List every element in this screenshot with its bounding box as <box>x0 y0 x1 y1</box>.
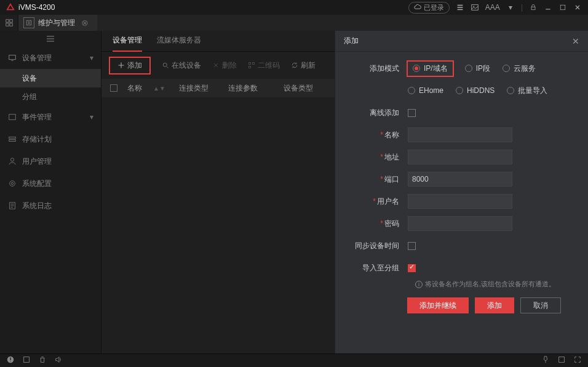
info-icon: i <box>415 281 423 288</box>
tab-stream-server[interactable]: 流媒体服务器 <box>157 31 201 52</box>
mode-hiddns[interactable]: HiDDNS <box>456 86 495 95</box>
add-continue-button[interactable]: 添加并继续 <box>407 297 469 313</box>
svg-rect-21 <box>249 67 251 68</box>
add-panel: 添加 ✕ 添加模式 IP/域名 IP段 云服务 EHome HiDDNS <box>335 31 588 353</box>
svg-rect-13 <box>9 140 16 142</box>
sidebar-item-event-mgmt[interactable]: 事件管理 ▾ <box>0 106 101 128</box>
sidebar-item-user-mgmt[interactable]: 用户管理 <box>0 150 101 172</box>
status-bar <box>0 353 588 367</box>
port-input[interactable] <box>408 172 512 187</box>
import-group-checkbox[interactable] <box>408 264 416 272</box>
tab-maintenance[interactable]: 维护与管理 ⊗ <box>18 15 97 31</box>
svg-point-14 <box>10 158 14 161</box>
refresh-icon <box>291 62 298 69</box>
svg-rect-4 <box>560 5 565 10</box>
label-add-mode: 添加模式 <box>349 63 408 74</box>
col-conn-type[interactable]: 连接类型 <box>179 83 209 94</box>
password-input[interactable] <box>408 216 512 231</box>
svg-rect-11 <box>9 115 16 120</box>
online-device-button[interactable]: 在线设备 <box>162 60 201 71</box>
image-icon[interactable] <box>471 3 479 12</box>
svg-rect-24 <box>559 357 565 363</box>
mode-ip-domain[interactable]: IP/域名 <box>408 62 453 76</box>
expand-icon[interactable] <box>573 355 582 366</box>
window-icon[interactable] <box>557 355 566 366</box>
title-bar: iVMS-4200 已登录 AAA ▾ | <box>0 0 588 15</box>
radio-icon <box>465 65 472 72</box>
offline-add-checkbox[interactable] <box>408 109 416 117</box>
mode-ip-range[interactable]: IP段 <box>465 63 490 74</box>
sync-time-checkbox[interactable] <box>408 242 416 250</box>
refresh-button[interactable]: 刷新 <box>291 60 316 71</box>
qr-icon <box>248 62 255 69</box>
sidebar-item-system-log[interactable]: 系统日志 <box>0 195 101 217</box>
svg-rect-5 <box>6 20 8 22</box>
col-name[interactable]: 名称 <box>127 83 142 94</box>
mode-batch[interactable]: 批量导入 <box>507 86 547 96</box>
search-icon <box>162 62 169 69</box>
trash-icon[interactable] <box>38 355 47 366</box>
plus-icon <box>117 62 125 69</box>
add-button[interactable]: 添加 <box>109 57 151 75</box>
col-conn-params[interactable]: 连接参数 <box>228 83 258 94</box>
home-grid-icon[interactable] <box>0 15 18 31</box>
svg-rect-12 <box>9 137 16 139</box>
sidebar-item-device[interactable]: 设备 <box>0 69 101 87</box>
radio-icon <box>507 87 514 94</box>
motion-icon[interactable] <box>22 355 31 366</box>
minimize-icon[interactable] <box>544 3 552 12</box>
address-input[interactable] <box>408 150 512 164</box>
label-import-group: 导入至分组 <box>349 263 408 273</box>
cancel-button[interactable]: 取消 <box>520 297 561 313</box>
cloud-icon <box>414 4 421 11</box>
add-confirm-button[interactable]: 添加 <box>475 297 514 313</box>
close-icon[interactable] <box>573 3 582 12</box>
svg-rect-10 <box>9 55 16 60</box>
svg-marker-0 <box>7 4 14 10</box>
svg-rect-19 <box>249 63 251 65</box>
mode-ehome[interactable]: EHome <box>408 86 443 95</box>
aaa-label[interactable]: AAA <box>485 3 500 12</box>
sidebar-collapse-icon[interactable] <box>0 31 101 47</box>
pin-icon[interactable] <box>541 355 550 366</box>
sidebar-item-group[interactable]: 分组 <box>0 87 101 106</box>
label-sync-time: 同步设备时间 <box>349 241 408 251</box>
app-logo-icon <box>6 3 15 12</box>
app-title: iVMS-4200 <box>18 3 55 12</box>
sidebar-item-system-config[interactable]: 系统配置 <box>0 172 101 195</box>
login-status[interactable]: 已登录 <box>408 2 450 14</box>
panel-title: 添加 <box>344 36 359 46</box>
svg-point-2 <box>473 6 474 7</box>
volume-icon[interactable] <box>54 355 63 366</box>
lock-icon[interactable] <box>529 3 538 12</box>
alert-icon[interactable] <box>6 355 15 366</box>
username-input[interactable] <box>408 194 512 209</box>
svg-rect-8 <box>9 23 12 26</box>
sidebar-item-storage-plan[interactable]: 存储计划 <box>0 128 101 150</box>
chevron-down-icon: ▾ <box>90 54 93 62</box>
name-input[interactable] <box>408 127 512 142</box>
tab-device-mgmt[interactable]: 设备管理 <box>113 31 142 52</box>
maximize-icon[interactable] <box>558 3 567 12</box>
tab-bar: 维护与管理 ⊗ <box>0 15 588 31</box>
delete-button[interactable]: 删除 <box>212 60 237 71</box>
select-all-checkbox[interactable] <box>110 84 117 92</box>
svg-rect-7 <box>6 23 8 26</box>
panel-close-icon[interactable]: ✕ <box>572 36 579 46</box>
qr-button[interactable]: 二维码 <box>248 60 280 71</box>
tab-close-icon[interactable]: ⊗ <box>81 18 89 28</box>
radio-icon <box>408 87 415 94</box>
list-icon[interactable] <box>456 3 464 12</box>
mode-cloud[interactable]: 云服务 <box>503 63 536 74</box>
event-icon <box>7 112 17 122</box>
svg-rect-20 <box>253 63 255 65</box>
sidebar-item-device-mgmt[interactable]: 设备管理 ▾ <box>0 47 101 69</box>
gear-icon <box>7 179 17 188</box>
hint-text: i将设备名作为组名,该组包含设备所有通道。 <box>415 280 574 289</box>
tab-label: 维护与管理 <box>38 18 75 28</box>
monitor-icon <box>7 53 17 63</box>
col-device-type[interactable]: 设备类型 <box>284 83 313 94</box>
svg-point-16 <box>11 182 14 185</box>
chevron-down-icon[interactable]: ▾ <box>506 3 515 12</box>
storage-icon <box>7 134 17 144</box>
